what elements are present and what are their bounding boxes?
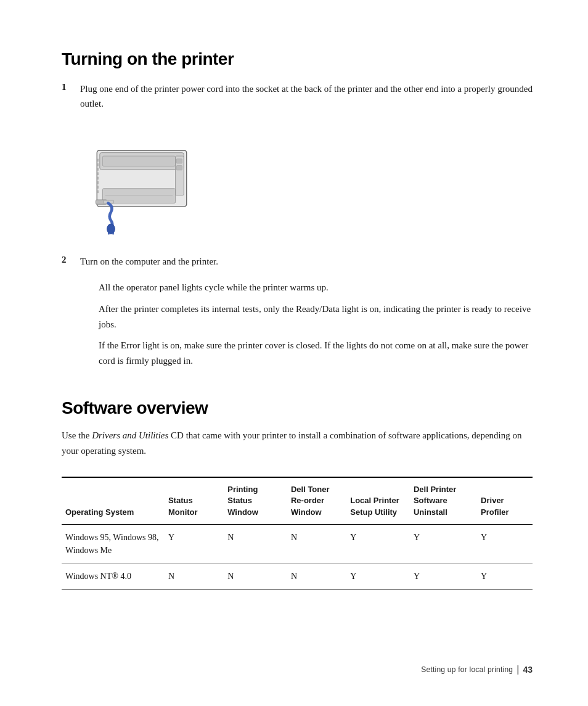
svg-rect-2 — [102, 156, 175, 166]
step1-number: 1 — [62, 81, 73, 111]
cell-sm-2: N — [165, 563, 224, 589]
th-lpsu: Local Printer Setup Utility — [346, 477, 410, 524]
svg-rect-14 — [176, 159, 182, 163]
th-sm: Status Monitor — [165, 477, 224, 524]
cell-sm-1: Y — [165, 524, 224, 563]
software-table: Operating System Status Monitor Printing… — [62, 477, 533, 589]
th-psw: Printing Status Window — [224, 477, 287, 524]
footer-text: Setting up for local printing — [421, 665, 513, 674]
printer-illustration — [80, 126, 533, 239]
table-row: Windows 95, Windows 98, Windows Me Y N N… — [62, 524, 533, 563]
step1-text: Plug one end of the printer power cord i… — [80, 81, 533, 111]
cell-dtrow-1: N — [287, 524, 346, 563]
section2-title: Software overview — [62, 398, 533, 418]
cell-lpsu-1: Y — [346, 524, 410, 563]
cell-dp-1: Y — [477, 524, 533, 563]
table-header-row: Operating System Status Monitor Printing… — [62, 477, 533, 524]
step2-text: Turn on the computer and the printer. — [80, 254, 533, 269]
footer-separator: | — [517, 664, 519, 675]
th-os: Operating System — [62, 477, 165, 524]
step1-item: 1 Plug one end of the printer power cord… — [62, 81, 533, 111]
cell-dpsu-1: Y — [410, 524, 477, 563]
th-dp: Driver Profiler — [477, 477, 533, 524]
cell-os-1: Windows 95, Windows 98, Windows Me — [62, 524, 165, 563]
svg-rect-15 — [176, 166, 182, 170]
th-dpsu: Dell Printer Software Uninstall — [410, 477, 477, 524]
table-row: Windows NT® 4.0 N N N Y Y Y — [62, 563, 533, 589]
cell-psw-1: N — [224, 524, 287, 563]
cell-os-2: Windows NT® 4.0 — [62, 563, 165, 589]
cell-lpsu-2: Y — [346, 563, 410, 589]
cell-dpsu-2: Y — [410, 563, 477, 589]
step2-number: 2 — [62, 254, 73, 269]
footer-page-number: 43 — [523, 665, 533, 675]
page-footer: Setting up for local printing | 43 — [421, 664, 533, 675]
continuation1: All the operator panel lights cycle whil… — [99, 280, 533, 295]
continuation2: After the printer completes its internal… — [99, 302, 533, 332]
cell-dp-2: Y — [477, 563, 533, 589]
step2-item: 2 Turn on the computer and the printer. — [62, 254, 533, 269]
section1-title: Turning on the printer — [62, 49, 533, 69]
cell-psw-2: N — [224, 563, 287, 589]
continuation3: If the Error light is on, make sure the … — [99, 338, 533, 369]
th-dtrow: Dell Toner Re-order Window — [287, 477, 346, 524]
cell-dtrow-2: N — [287, 563, 346, 589]
intro-text: Use the Drivers and Utilities CD that ca… — [62, 428, 533, 459]
